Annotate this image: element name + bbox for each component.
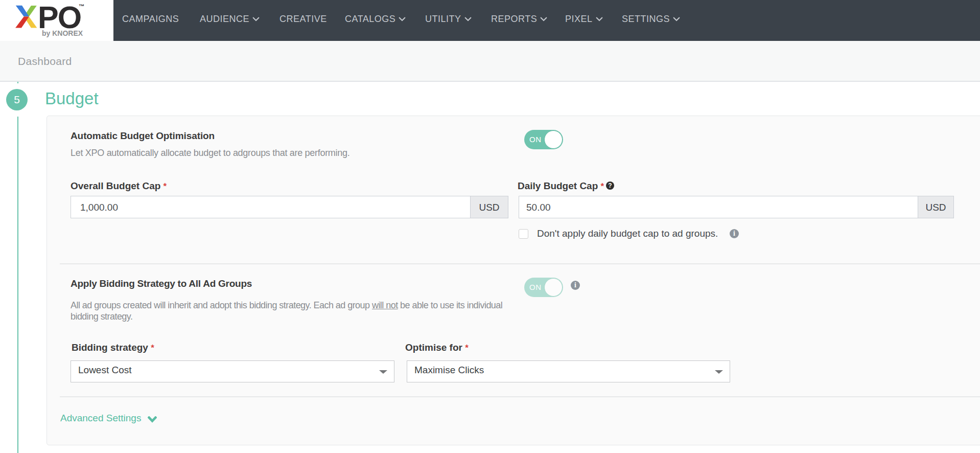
svg-text:by KNOREX: by KNOREX xyxy=(42,29,83,37)
svg-text:™: ™ xyxy=(79,3,84,9)
